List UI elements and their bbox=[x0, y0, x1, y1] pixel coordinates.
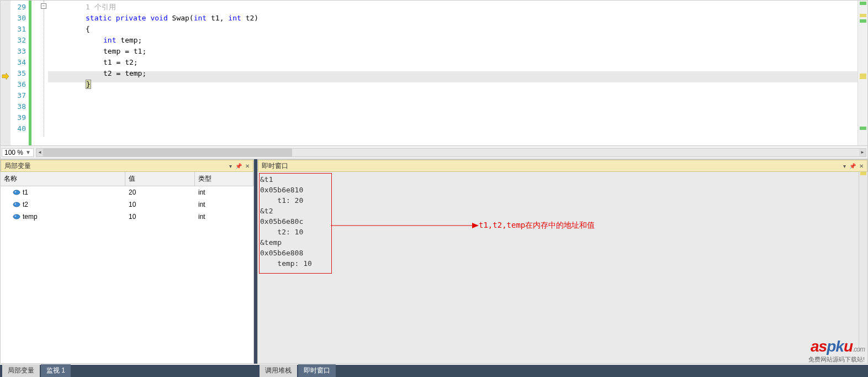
locals-row[interactable]: t120int bbox=[1, 186, 253, 198]
watermark-logo: aspku.com bbox=[808, 338, 865, 355]
col-name[interactable]: 名称 bbox=[1, 172, 125, 186]
immediate-tabs: 调用堆栈即时窗口 bbox=[257, 365, 868, 377]
code-area[interactable]: 1 个引用 static private void Swap(int t1, i… bbox=[48, 1, 858, 145]
svg-point-0 bbox=[13, 190, 20, 195]
pin-icon[interactable]: 📌 bbox=[235, 163, 242, 169]
code-line[interactable]: static private void Swap(int t1, int t2) bbox=[50, 13, 858, 24]
editor-footer: 100 % ▼ ◄ ► bbox=[1, 145, 867, 159]
tab-调用堆栈[interactable]: 调用堆栈 bbox=[260, 364, 297, 377]
var-name: t1 bbox=[23, 188, 28, 196]
close-icon[interactable]: ✕ bbox=[245, 163, 250, 169]
zoom-value: 100 % bbox=[4, 149, 23, 156]
tab-即时窗口[interactable]: 即时窗口 bbox=[298, 364, 336, 377]
code-line[interactable] bbox=[50, 112, 858, 123]
locals-header[interactable]: 局部变量 ▾ 📌 ✕ bbox=[1, 160, 253, 172]
var-value: 10 bbox=[125, 201, 195, 208]
annotation-arrow-icon bbox=[330, 219, 479, 232]
code-line[interactable] bbox=[50, 123, 858, 134]
code-editor[interactable]: 293031323334353637383940 − 1 个引用 static … bbox=[0, 0, 868, 159]
tab-监视 1[interactable]: 监视 1 bbox=[41, 364, 71, 377]
scrollbar-thumb[interactable] bbox=[43, 149, 292, 156]
svg-point-5 bbox=[15, 216, 17, 217]
immediate-body[interactable]: &t1 0x05b6e810 t1: 20 &t2 0x05b6e80c t2:… bbox=[258, 172, 867, 363]
panel-options-icon[interactable]: ▾ bbox=[229, 163, 232, 169]
var-type: int bbox=[195, 201, 253, 208]
var-type: int bbox=[195, 213, 253, 221]
change-markers bbox=[28, 1, 40, 145]
current-line-arrow-icon bbox=[2, 72, 10, 81]
svg-point-2 bbox=[13, 202, 20, 207]
overview-ruler[interactable] bbox=[858, 1, 867, 145]
tab-局部变量[interactable]: 局部变量 bbox=[2, 364, 40, 377]
immediate-title: 即时窗口 bbox=[262, 161, 840, 171]
watermark: aspku.com 免费网站源码下载站! bbox=[808, 338, 865, 364]
immediate-header[interactable]: 即时窗口 ▾ 📌 ✕ bbox=[258, 160, 867, 172]
line-numbers: 293031323334353637383940 bbox=[10, 1, 28, 145]
code-line[interactable] bbox=[50, 101, 858, 112]
watermark-tagline: 免费网站源码下载站! bbox=[808, 355, 865, 364]
col-type[interactable]: 类型 bbox=[195, 172, 253, 186]
variable-icon bbox=[13, 190, 20, 195]
locals-columns[interactable]: 名称 值 类型 bbox=[1, 172, 253, 186]
code-line[interactable]: temp = t1; bbox=[50, 46, 858, 57]
var-name: t2 bbox=[23, 201, 28, 208]
code-line[interactable]: t2 = temp; bbox=[50, 68, 858, 79]
var-value: 20 bbox=[125, 188, 195, 196]
svg-marker-7 bbox=[472, 223, 479, 228]
scroll-right-icon[interactable]: ► bbox=[859, 149, 866, 156]
codelens[interactable]: 1 个引用 bbox=[50, 2, 858, 13]
zoom-selector[interactable]: 100 % ▼ bbox=[2, 148, 34, 157]
scroll-left-icon[interactable]: ◄ bbox=[36, 149, 43, 156]
horizontal-scrollbar[interactable]: ◄ ► bbox=[36, 148, 866, 157]
code-line[interactable]: } bbox=[50, 79, 858, 90]
annotation-box bbox=[259, 173, 332, 274]
locals-row[interactable]: temp10int bbox=[1, 211, 253, 223]
chevron-down-icon: ▼ bbox=[25, 149, 31, 155]
immediate-overview-ruler[interactable] bbox=[859, 172, 867, 351]
svg-point-1 bbox=[15, 191, 17, 192]
code-line[interactable]: t1 = t2; bbox=[50, 57, 858, 68]
locals-title: 局部变量 bbox=[4, 161, 226, 171]
bottom-tab-strip: 局部变量监视 1 调用堆栈即时窗口 bbox=[0, 365, 868, 377]
variable-icon bbox=[13, 214, 20, 219]
code-line[interactable]: { bbox=[50, 24, 858, 35]
code-line[interactable] bbox=[50, 90, 858, 101]
locals-panel: 局部变量 ▾ 📌 ✕ 名称 值 类型 t120intt210inttemp10i… bbox=[0, 159, 254, 364]
var-type: int bbox=[195, 188, 253, 196]
panel-options-icon[interactable]: ▾ bbox=[843, 163, 846, 169]
locals-tabs: 局部变量监视 1 bbox=[0, 365, 257, 377]
code-line[interactable] bbox=[50, 134, 858, 145]
locals-body[interactable]: t120intt210inttemp10int bbox=[1, 186, 253, 363]
col-value[interactable]: 值 bbox=[125, 172, 195, 186]
svg-point-3 bbox=[15, 203, 17, 205]
close-icon[interactable]: ✕ bbox=[859, 163, 864, 169]
var-value: 10 bbox=[125, 213, 195, 221]
fold-minus-icon[interactable]: − bbox=[41, 3, 46, 9]
glyph-margin bbox=[1, 1, 10, 145]
code-line[interactable]: int temp; bbox=[50, 35, 858, 46]
immediate-panel: 即时窗口 ▾ 📌 ✕ &t1 0x05b6e810 t1: 20 &t2 0x0… bbox=[257, 159, 868, 364]
locals-row[interactable]: t210int bbox=[1, 198, 253, 211]
fold-column[interactable]: − bbox=[40, 1, 48, 145]
svg-point-4 bbox=[13, 214, 20, 219]
variable-icon bbox=[13, 202, 20, 207]
var-name: temp bbox=[23, 213, 38, 221]
pin-icon[interactable]: 📌 bbox=[849, 163, 856, 169]
annotation-text: t1,t2,temp在内存中的地址和值 bbox=[479, 221, 595, 231]
